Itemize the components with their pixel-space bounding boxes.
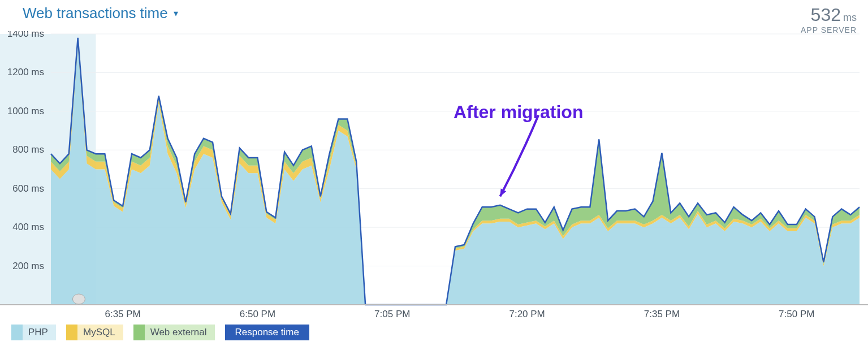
legend-item-php[interactable]: PHP <box>11 325 56 340</box>
chart-title: Web transactions time <box>23 5 168 22</box>
swatch-webext <box>133 325 145 340</box>
svg-text:7:50 PM: 7:50 PM <box>779 309 814 319</box>
legend-item-webext[interactable]: Web external <box>133 325 215 340</box>
legend-item-response-time[interactable]: Response time <box>225 325 309 340</box>
svg-text:400 ms: 400 ms <box>12 222 44 232</box>
svg-text:1400 ms: 1400 ms <box>7 31 44 39</box>
svg-text:1200 ms: 1200 ms <box>7 67 44 77</box>
swatch-php <box>11 325 23 340</box>
svg-text:6:35 PM: 6:35 PM <box>105 309 140 319</box>
svg-text:6:50 PM: 6:50 PM <box>240 309 275 319</box>
chart-title-dropdown[interactable]: Web transactions time ▾ <box>23 5 178 22</box>
swatch-mysql <box>66 325 77 340</box>
legend-item-mysql[interactable]: MySQL <box>66 325 123 340</box>
svg-text:600 ms: 600 ms <box>12 183 44 194</box>
legend: PHP MySQL Web external Response time <box>11 325 309 340</box>
chevron-down-icon: ▾ <box>174 8 178 19</box>
stat-value: 532 <box>811 5 841 25</box>
svg-point-16 <box>72 294 85 304</box>
summary-stat: 532ms APP SERVER <box>801 5 857 34</box>
svg-text:7:05 PM: 7:05 PM <box>374 309 410 319</box>
svg-text:7:35 PM: 7:35 PM <box>644 309 680 319</box>
svg-text:200 ms: 200 ms <box>12 261 44 271</box>
chart-area[interactable]: 200 ms400 ms600 ms800 ms1000 ms1200 ms14… <box>0 31 868 321</box>
stat-unit: ms <box>843 12 857 23</box>
svg-text:1000 ms: 1000 ms <box>7 106 44 116</box>
svg-text:800 ms: 800 ms <box>12 144 44 155</box>
svg-text:7:20 PM: 7:20 PM <box>509 309 545 319</box>
